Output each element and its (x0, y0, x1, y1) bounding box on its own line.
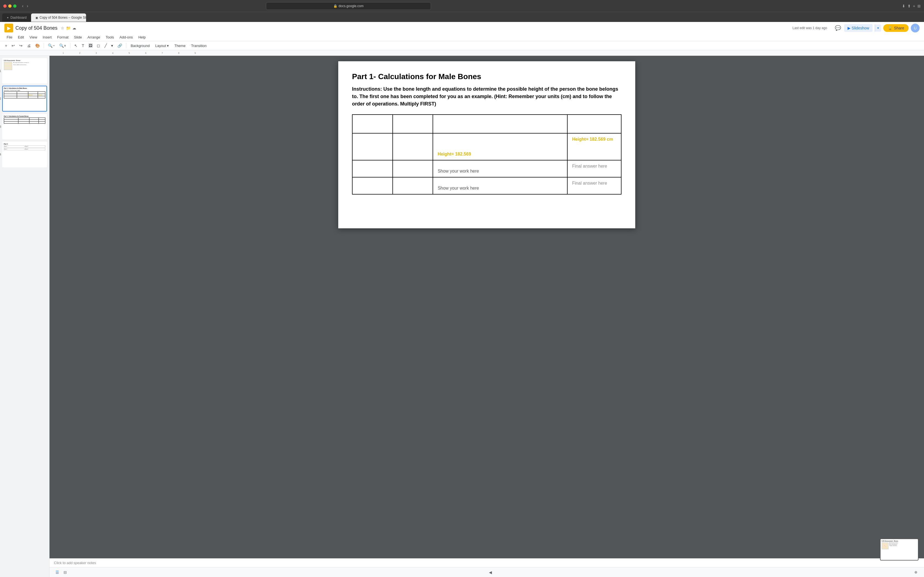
slide-thumbnail-1[interactable]: 5.04 Assessment - Bones A compound fract… (2, 58, 47, 84)
tab-dashboard[interactable]: ✦ Dashboard (2, 13, 31, 22)
maximize-button[interactable] (13, 5, 16, 8)
share-label: Share (894, 26, 904, 30)
ruler-mark-1: 1 (55, 52, 71, 55)
slide-thumb-inner-2: Part 1- Calculations for Male Bones Inst… (3, 86, 47, 111)
speaker-notes-placeholder: Click to add speaker notes (54, 561, 96, 565)
redo-button[interactable]: ↪ (18, 42, 24, 49)
ruler-marks: 1 2 3 4 5 6 7 8 9 (55, 52, 204, 55)
slide-thumbnail-2[interactable]: Part 1- Calculations for Male Bones Inst… (2, 86, 47, 111)
table-header-row: MALE BONES Bone length (cm) Equations He… (352, 114, 621, 133)
print-button[interactable]: 🖨 (25, 42, 32, 49)
cell-radius-length[interactable]: R= 28 cm (393, 177, 433, 194)
undo-button[interactable]: ↩ (10, 42, 16, 49)
menu-file[interactable]: File (5, 34, 15, 40)
background-label[interactable]: Background (128, 43, 152, 49)
tab2-icon: ▣ (36, 16, 38, 19)
chat-button[interactable]: 💬 (834, 24, 842, 32)
theme-label[interactable]: Theme (172, 43, 187, 49)
menu-edit[interactable]: Edit (16, 34, 26, 40)
cell-humerus-equations[interactable]: Height= 2.97 x H + 73.57 Height = 2.97 x… (433, 133, 567, 160)
table-row-radius: Radius (R) R= 28 cm Height= 3.65 x R + 8… (352, 177, 621, 194)
new-tab-icon[interactable]: + (913, 4, 915, 8)
slideshow-button[interactable]: ▶ Slideshow (844, 24, 872, 32)
list-view-button[interactable]: ☰ (54, 569, 61, 575)
paint-format-button[interactable]: 🎨 (34, 42, 42, 49)
zoom-button[interactable]: ⊕ (912, 569, 919, 575)
tab1-icon: ✦ (6, 16, 9, 19)
floating-thumbnail: 5.04 Assessment - Bones 🦴 Assessment cri… (880, 538, 919, 561)
app-logo: ▶ (5, 24, 13, 32)
header-length: Bone length (cm) (393, 114, 433, 133)
tab2-label: Copy of 504 Bones – Google Slides (40, 16, 86, 19)
forward-button[interactable]: › (26, 3, 29, 9)
slide-thumb-inner-1: 5.04 Assessment - Bones A compound fract… (3, 58, 47, 83)
cell-femur-bone[interactable]: Femur (F) (352, 160, 393, 177)
browser-actions: ⬇ ⬆ + ⊞ (902, 4, 921, 8)
link-button[interactable]: 🔗 (116, 42, 124, 49)
cell-humerus-bone[interactable]: Humerus (H) (352, 133, 393, 160)
user-avatar[interactable]: U (911, 24, 919, 32)
share-button[interactable]: 🔒 Share (883, 24, 909, 32)
slide-thumbnail-4[interactable]: Part 2 Bone 1 Bone 2 Bone 3 Bone 4 (2, 142, 47, 167)
zoom-out-button[interactable]: 🔍− (46, 42, 57, 49)
lock-share-icon: 🔒 (888, 26, 892, 30)
back-button[interactable]: ‹ (21, 3, 24, 9)
height-femur-value: Final answer here (572, 164, 607, 168)
equation-humerus-4: Height= 182.569 (438, 152, 563, 156)
image-button[interactable]: 🖼 (87, 42, 94, 49)
menu-format[interactable]: Format (55, 34, 71, 40)
cell-radius-equations[interactable]: Height= 3.65 x R + 80.41 Show your work … (433, 177, 567, 194)
close-button[interactable] (3, 5, 6, 8)
equation-humerus-1: Height= 2.97 x H + 73.57 (438, 137, 563, 142)
menu-help[interactable]: Help (136, 34, 148, 40)
table-row-femur: Femur (F) F= 50.8 cm Height= 2.24 x F +6… (352, 160, 621, 177)
cell-humerus-length[interactable]: H= 36.7 cm (393, 133, 433, 160)
menu-insert[interactable]: Insert (40, 34, 54, 40)
slide-instructions[interactable]: Instructions: Use the bone length and eq… (352, 85, 622, 108)
menu-slide[interactable]: Slide (72, 34, 84, 40)
cell-femur-equations[interactable]: Height= 2.24 x F +69.09 Show your work h… (433, 160, 567, 177)
select-tool-button[interactable]: ↖ (73, 42, 79, 49)
cloud-icon[interactable]: ☁ (72, 26, 76, 30)
menu-tools[interactable]: Tools (103, 34, 116, 40)
slide-panel: 1 5.04 Assessment - Bones A compound fra… (0, 56, 50, 577)
text-box-button[interactable]: T (80, 42, 86, 49)
folder-icon[interactable]: 📁 (66, 26, 71, 30)
more-shapes-button[interactable]: ▾ (110, 42, 115, 49)
floating-thumb-inner: 5.04 Assessment - Bones 🦴 Assessment cri… (880, 539, 918, 560)
hide-panel-button[interactable]: ◀ (487, 569, 494, 575)
grid-icon[interactable]: ⊞ (918, 4, 921, 8)
add-button[interactable]: + (3, 42, 9, 49)
tab-slides[interactable]: ▣ Copy of 504 Bones – Google Slides (31, 13, 86, 22)
shapes-button[interactable]: ◻ (95, 42, 102, 49)
slideshow-dropdown-button[interactable]: ▾ (875, 24, 881, 32)
bottom-toolbar: ☰ ⊟ ◀ ⊕ (50, 567, 924, 577)
menu-view[interactable]: View (27, 34, 39, 40)
line-button[interactable]: ╱ (103, 42, 108, 49)
equation-femur-1: Height= 2.24 x F +69.09 (438, 164, 563, 169)
slide-canvas-wrapper[interactable]: Part 1- Calculations for Male Bones Inst… (50, 56, 924, 558)
minimize-button[interactable] (8, 5, 11, 8)
cell-humerus-height[interactable]: Height= 182.569 cm (567, 133, 621, 160)
download-icon[interactable]: ⬇ (902, 4, 905, 8)
share-page-icon[interactable]: ⬆ (908, 4, 911, 8)
speaker-notes[interactable]: Click to add speaker notes (50, 558, 924, 567)
cell-radius-height[interactable]: Final answer here (567, 177, 621, 194)
transition-label[interactable]: Transition (189, 43, 209, 49)
slide-thumbnail-3[interactable]: Part 1- Calculations for Female Bones FE… (2, 114, 47, 139)
cell-femur-height[interactable]: Final answer here (567, 160, 621, 177)
star-icon[interactable]: ☆ (61, 26, 65, 30)
slides-logo-icon: ▶ (7, 26, 10, 31)
slide-wrapper-4: 4 Part 2 Bone 1 Bone 2 Bone 3 Bone 4 (2, 142, 47, 167)
doc-title[interactable]: Copy of 504 Bones (15, 25, 58, 31)
menu-arrange[interactable]: Arrange (85, 34, 102, 40)
slide-title[interactable]: Part 1- Calculations for Male Bones (352, 72, 622, 81)
address-bar[interactable]: 🔒 docs.google.com (266, 2, 431, 10)
layout-label[interactable]: Layout ▾ (153, 43, 171, 49)
cell-radius-bone[interactable]: Radius (R) (352, 177, 393, 194)
tab1-label: Dashboard (10, 16, 27, 19)
menu-addons[interactable]: Add-ons (118, 34, 135, 40)
cell-femur-length[interactable]: F= 50.8 cm (393, 160, 433, 177)
zoom-in-button[interactable]: 🔍+ (58, 42, 68, 49)
grid-view-button[interactable]: ⊟ (62, 569, 68, 575)
